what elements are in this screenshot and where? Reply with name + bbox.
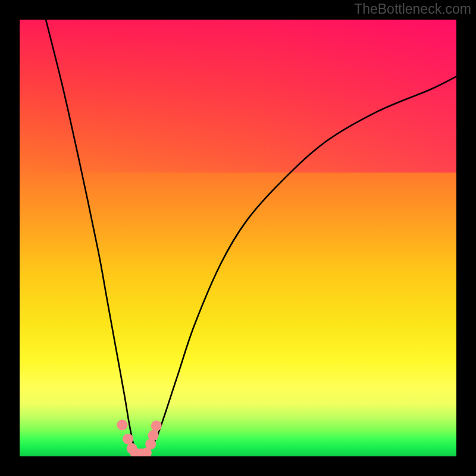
marker-dot (117, 419, 127, 430)
chart-frame: TheBottleneck.com (0, 0, 476, 476)
marker-layer (20, 20, 456, 456)
marker-dot (148, 430, 159, 441)
plot-area (20, 20, 456, 456)
marker-dot (123, 434, 133, 444)
marker-dot (151, 421, 162, 431)
marker-group (117, 419, 161, 456)
watermark-label: TheBottleneck.com (354, 1, 471, 17)
